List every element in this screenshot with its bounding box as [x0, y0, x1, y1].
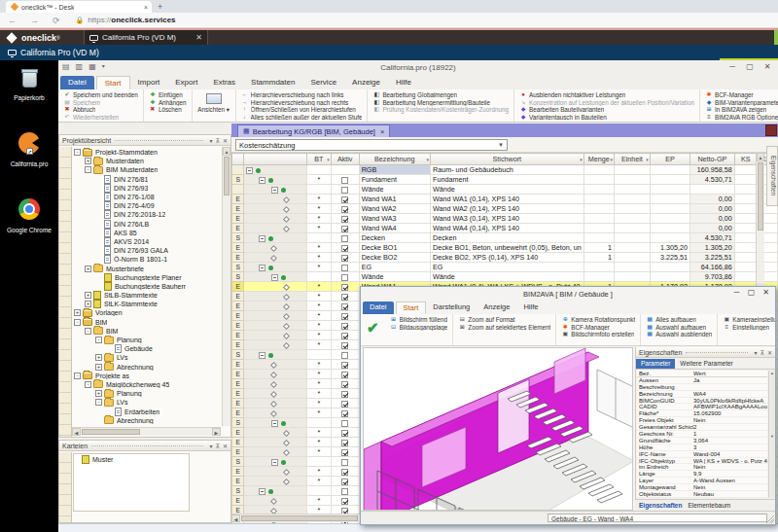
collapse-icon[interactable]: - [95, 399, 102, 406]
ks-cell[interactable] [734, 272, 757, 282]
bezeichnung-cell[interactable]: RGB [359, 165, 430, 175]
ribbon-button-zoom-auf-selektiertes-element[interactable]: ⊠Zoom auf selektiertes Element [458, 324, 550, 332]
tree-item-din-276-2018-12[interactable]: DIN 276:2018-12 [74, 210, 221, 219]
stichwort-cell[interactable]: Raum- und Gebäudebuch [431, 165, 584, 175]
tree-item-din-276-81[interactable]: DIN 276/81 [74, 175, 221, 184]
netto-gp-cell[interactable]: 0,00 [690, 195, 735, 204]
hierarchy-cell[interactable] [244, 408, 307, 418]
stichwort-cell[interactable]: Wände [431, 185, 584, 195]
bezeichnung-cell[interactable]: Decken [359, 233, 430, 243]
ribbon-button-kameraeinstellung-speichern[interactable]: ▣Kameraeinstellung speichern [723, 316, 775, 324]
bim-tab-start[interactable]: Start [396, 301, 427, 314]
tree-item-buchungstexte-planer[interactable]: Buchungstexte Planer [74, 273, 221, 282]
bezeichnung-cell[interactable]: Wand WA2 [359, 204, 430, 214]
aktiv-cell[interactable] [331, 457, 359, 467]
bezeichnung-cell[interactable]: Wand WA4 [359, 224, 430, 233]
app-tab-close-icon[interactable]: ✕ [195, 33, 202, 42]
hierarchy-cell[interactable] [244, 272, 307, 282]
checkbox-checked[interactable] [341, 284, 348, 291]
property-row[interactable]: ObjektstatusNeubau [637, 491, 767, 498]
hierarchy-cell[interactable] [244, 311, 307, 321]
panel-menu-icon[interactable]: ▾ [210, 443, 213, 449]
ribbon-button-variantentausch-in-bauteilen[interactable]: ◆Variantentausch in Bauteilen [519, 114, 694, 122]
ribbon-button-öffnen-schließen-von-hierarchi[interactable]: ↑Öffnen/Schließen von Hierarchiestufen [241, 106, 363, 114]
checkbox-checked[interactable] [341, 303, 348, 310]
panel-close-icon[interactable]: ✕ [767, 349, 772, 356]
hierarchy-cell[interactable] [244, 360, 307, 370]
collapse-icon[interactable]: - [85, 381, 91, 388]
checkbox-unchecked[interactable] [341, 352, 348, 359]
panel-close-icon[interactable]: ✕ [223, 137, 228, 144]
aktiv-cell[interactable] [331, 496, 359, 506]
tab-parameter[interactable]: Parameter [636, 359, 675, 369]
ep-cell[interactable] [650, 214, 690, 224]
tree-node-icon[interactable] [271, 274, 278, 281]
tab-weitere-parameter[interactable]: Weitere Parameter [675, 359, 737, 369]
collapse-icon[interactable]: - [85, 328, 91, 335]
aktiv-cell[interactable] [331, 214, 359, 224]
table-row[interactable]: E*Wand WA1Wand WA1 (0,14), XPS 1400,00 [232, 195, 778, 204]
column-header-bt[interactable]: BT▾ [306, 154, 331, 165]
ribbon-tab-stammdaten[interactable]: Stammdaten [243, 76, 302, 89]
hierarchy-cell[interactable] [244, 195, 307, 204]
ribbon-button-zoom-auf-format[interactable]: ⊟Zoom auf Format [458, 316, 550, 324]
pin-icon[interactable]: ⊼ [216, 443, 220, 449]
aktiv-cell[interactable] [331, 175, 359, 185]
tree-item-maiglöckchenweg-45[interactable]: -Maiglöckchenweg 45 [74, 380, 221, 389]
netto-gp-cell[interactable]: 4.530,71 [690, 233, 735, 243]
ansichten-button[interactable]: Ansichten ▾ [197, 91, 230, 113]
checkbox-checked[interactable] [341, 430, 348, 437]
ribbon-button-in-bim2ava-zeigen[interactable]: ⊞In BIM2AVA zeigen [705, 106, 778, 114]
netto-gp-cell[interactable]: 64.166,86 [690, 263, 735, 272]
checkbox-unchecked[interactable] [341, 235, 348, 242]
tree-item-erdarbeiten[interactable]: Erdarbeiten [74, 407, 221, 415]
hierarchy-cell[interactable] [244, 496, 307, 506]
ribbon-button-anhängen[interactable]: ✚Anhängen [149, 99, 187, 107]
hierarchy-cell[interactable] [244, 399, 307, 408]
url-field[interactable]: https://oneclick.services [88, 16, 175, 24]
ep-cell[interactable] [650, 204, 690, 214]
minimize-button[interactable]: ─ [724, 60, 741, 73]
document-tab-active[interactable]: ▦ Bearbeitung KG/RGB [BIM, Gebäude] × [237, 124, 390, 137]
property-row[interactable]: CADIDAFBWlP1cIXAABgAAAALoofiNw [637, 404, 767, 410]
stichwort-cell[interactable]: Decke BO2, XPS (0,14), XPS 140 [431, 253, 584, 263]
einheit-cell[interactable] [614, 175, 650, 185]
ribbon-tab-anzeige[interactable]: Anzeige [344, 76, 388, 89]
aktiv-cell[interactable] [331, 292, 359, 301]
einheit-cell[interactable] [614, 224, 650, 233]
aktiv-cell[interactable] [331, 243, 359, 253]
stichwort-cell[interactable]: Wand WA1 (0,14), XPS 140 [431, 195, 584, 204]
panel-close-icon[interactable]: ✕ [223, 443, 228, 449]
bezeichnung-cell[interactable]: EG [359, 263, 430, 272]
aktiv-cell[interactable] [331, 253, 359, 263]
aktiv-cell[interactable] [331, 360, 359, 370]
checkbox-checked[interactable] [341, 245, 348, 252]
pin-icon[interactable]: ⊼ [760, 349, 764, 356]
property-row[interactable]: Freies ObjektNein [637, 417, 767, 424]
expand-icon[interactable]: + [85, 301, 91, 307]
bezeichnung-cell[interactable]: Wand WA1 [359, 195, 430, 204]
bim-tab-datei[interactable]: Datei [363, 301, 394, 314]
checkbox-checked[interactable] [341, 255, 348, 262]
tree-node-icon[interactable] [259, 177, 265, 184]
checkbox-checked[interactable] [341, 401, 348, 408]
browser-tab-close-icon[interactable]: × [144, 4, 148, 11]
hierarchy-cell[interactable] [244, 204, 307, 214]
ks-cell[interactable] [734, 185, 757, 195]
kostenschaetzung-combobox[interactable]: Kostenschätzung ▼ [235, 139, 508, 151]
aktiv-cell[interactable] [331, 311, 359, 321]
tree-item-bim-musterdaten[interactable]: -BIM Musterdaten [74, 165, 221, 174]
column-header-ng[interactable]: Netto-GP [690, 154, 735, 165]
hierarchy-cell[interactable] [244, 165, 307, 175]
ribbon-button-einfügen[interactable]: ✚Einfügen [149, 91, 187, 99]
column-header-ep[interactable]: EP [650, 154, 690, 165]
checkbox-unchecked[interactable] [341, 488, 348, 495]
einheit-cell[interactable] [614, 165, 650, 175]
table-row[interactable]: RGBRaum- und Gebäudebuch160.958,58 [232, 165, 778, 175]
column-header-letter[interactable] [232, 154, 244, 165]
ribbon-button-bildschirm-füllend[interactable]: ⊞Bildschirm füllend [390, 316, 448, 324]
aktiv-cell[interactable] [331, 340, 359, 350]
checkbox-unchecked[interactable] [341, 420, 348, 427]
table-row[interactable]: S*EGEG64.166,86 [232, 263, 778, 272]
checkbox-checked[interactable] [341, 469, 348, 476]
